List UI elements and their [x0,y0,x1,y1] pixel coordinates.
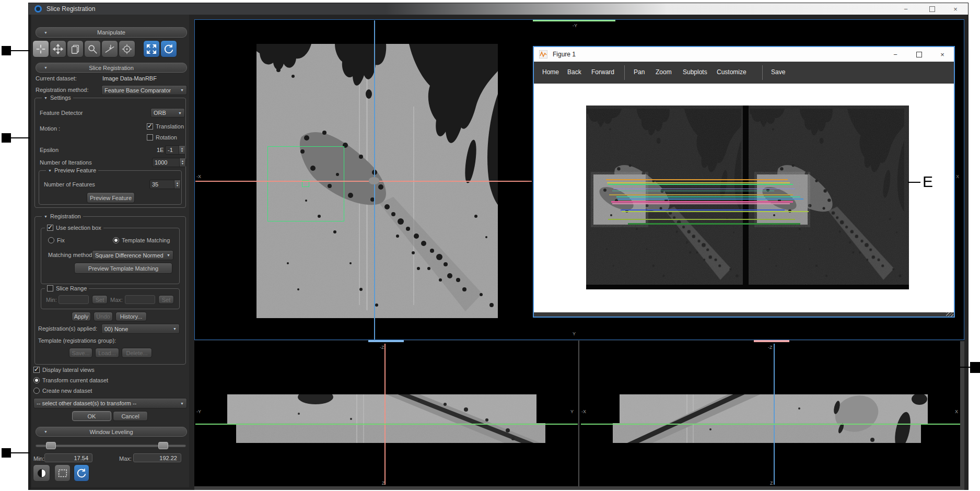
display-lateral-views-row[interactable]: Display lateral views [33,367,95,373]
axis-label: X [955,409,958,414]
slice-range-set-max-button[interactable]: Set [158,295,174,304]
toolbar-customize[interactable]: Customize [717,68,746,76]
slice-range-checkbox[interactable] [47,285,53,291]
toolbar-pan[interactable]: Pan [634,68,645,76]
figure-window[interactable]: Figure 1 − × Home Back Forward Pan Zoom … [533,46,955,318]
delete-button[interactable]: Delete... [122,348,152,358]
preview-template-matching-button[interactable]: Preview Template Matching [74,263,172,274]
slice-range-row[interactable]: Slice Range [45,285,89,291]
transform-current-dataset-radio[interactable] [33,377,40,383]
zoom-tool-button[interactable] [84,40,101,57]
toolbar-zoom[interactable]: Zoom [656,68,672,76]
undo-button[interactable]: Undo [94,312,113,321]
number-of-features-spinbox[interactable]: 35 ▲▼ [149,180,181,189]
spin-arrows-icon[interactable]: ▲▼ [179,158,185,167]
spin-arrows-icon[interactable]: ▲▼ [179,146,185,154]
use-selection-box-row[interactable]: Use selection box [45,225,103,231]
select-region-button[interactable] [54,464,71,482]
use-selection-box-checkbox[interactable] [47,225,53,231]
figure-canvas[interactable] [534,84,954,312]
pan-tool-button[interactable] [50,40,66,57]
load-button[interactable]: Load... [95,348,119,358]
target-tool-button[interactable] [119,40,135,57]
fix-radio[interactable] [48,237,54,243]
create-new-dataset-radio[interactable] [33,388,40,394]
feature-detector-dropdown[interactable]: ORB▼ [150,108,185,118]
feature-match-image [586,106,909,289]
collapse-arrow-icon: ▼ [44,66,48,69]
toolbar-back[interactable]: Back [567,68,581,76]
crosshair-horizontal-right[interactable] [379,181,532,182]
preview-feature-button[interactable]: Preview Feature [87,192,135,203]
crosshair-horizontal-green[interactable] [581,424,960,425]
manipulate-section-header[interactable]: ▼ Manipulate [36,27,187,38]
toolbar-home[interactable]: Home [542,68,559,76]
close-button[interactable]: × [947,3,964,15]
rotation-checkbox-row[interactable]: Rotation [147,134,177,141]
resize-grip[interactable] [946,312,953,317]
slice-range-set-min-button[interactable]: Set [92,295,108,304]
save-button[interactable]: Save... [69,348,92,358]
lateral-view-right[interactable] [580,341,964,487]
figure-titlebar[interactable]: Figure 1 − × [534,47,954,62]
template-matching-radio[interactable] [113,237,119,243]
toolbar-save[interactable]: Save [771,68,785,76]
lateral-view-left[interactable] [194,341,579,487]
create-new-dataset-row[interactable]: Create new dataset [33,388,92,394]
translation-checkbox[interactable] [147,123,153,130]
registrations-applied-label: Registration(s) applied: [38,325,97,332]
iterations-spinbox[interactable]: 1000 ▲▼ [152,158,186,167]
settings-group-title[interactable]: ▼Settings [42,95,73,101]
matching-method-dropdown[interactable]: Square Difference Normed▼ [92,250,173,260]
toolbar-subplots[interactable]: Subplots [683,68,707,76]
crosshair-horizontal-green[interactable] [195,424,578,425]
crosshair-tool-button[interactable] [32,40,49,57]
display-lateral-views-checkbox[interactable] [33,367,40,373]
slice-registration-section-header[interactable]: ▼ Slice Registration [36,63,187,73]
leveling-slider-max-handle[interactable] [158,442,168,449]
fix-radio-row[interactable]: Fix [48,237,65,243]
layers-tool-button[interactable] [67,40,84,57]
slice-indicator-salmon[interactable] [754,340,789,342]
fit-view-button[interactable] [143,40,160,57]
crosshair-vertical-top[interactable] [374,20,375,179]
crosshair-vertical-salmon[interactable] [384,344,386,485]
crosshair-center-handle[interactable] [369,177,379,184]
reset-view-button[interactable] [160,40,177,57]
apply-button[interactable]: Apply [72,312,91,321]
registrations-applied-dropdown[interactable]: 00) None▼ [101,324,180,334]
figure-minimize-button[interactable]: − [885,47,906,62]
leveling-min-field[interactable]: 17.54 [44,453,92,462]
figure-maximize-button[interactable] [908,47,929,62]
transform-current-dataset-row[interactable]: Transform current dataset [33,377,108,383]
history-button[interactable]: History... [115,312,147,321]
cancel-button[interactable]: Cancel [113,411,148,421]
registration-method-dropdown[interactable]: Feature Base Comparator▼ [101,85,187,95]
crosshair-vertical-bottom[interactable] [374,184,375,340]
leveling-max-field[interactable]: 192.22 [133,453,181,462]
spin-arrows-icon[interactable]: ▲▼ [174,180,180,189]
window-leveling-section-header[interactable]: ▼ Window Leveling [36,427,187,437]
leveling-slider-min-handle[interactable] [46,442,56,449]
ok-button[interactable]: OK [72,411,111,421]
toolbar-forward[interactable]: Forward [591,68,614,76]
reset-leveling-button[interactable] [74,464,89,482]
slice-indicator-blue[interactable] [368,340,404,342]
slice-range-max-input[interactable] [125,295,155,304]
crosshair-horizontal-left[interactable] [195,181,370,182]
registration-group-title[interactable]: ▼Registration [42,213,83,219]
crosshair-vertical-blue[interactable] [774,344,775,485]
rotation-checkbox[interactable] [147,134,153,141]
maximize-button[interactable] [923,3,941,15]
slice-range-min-input[interactable] [59,295,89,304]
minimize-button[interactable]: − [897,3,915,15]
other-dataset-dropdown[interactable]: -- select other dataset(s) to transform … [33,398,187,408]
figure-close-button[interactable]: × [932,47,953,62]
preview-feature-group-title[interactable]: ▼Preview Feature [46,167,98,173]
translation-checkbox-row[interactable]: Translation [147,123,184,130]
axis-label: -Z [380,345,384,350]
template-matching-radio-row[interactable]: Template Matching [113,237,170,243]
epsilon-spinbox[interactable]: -1 ▲▼ [165,145,185,155]
slice-tool-button[interactable] [101,40,118,57]
contrast-button[interactable] [33,464,50,482]
